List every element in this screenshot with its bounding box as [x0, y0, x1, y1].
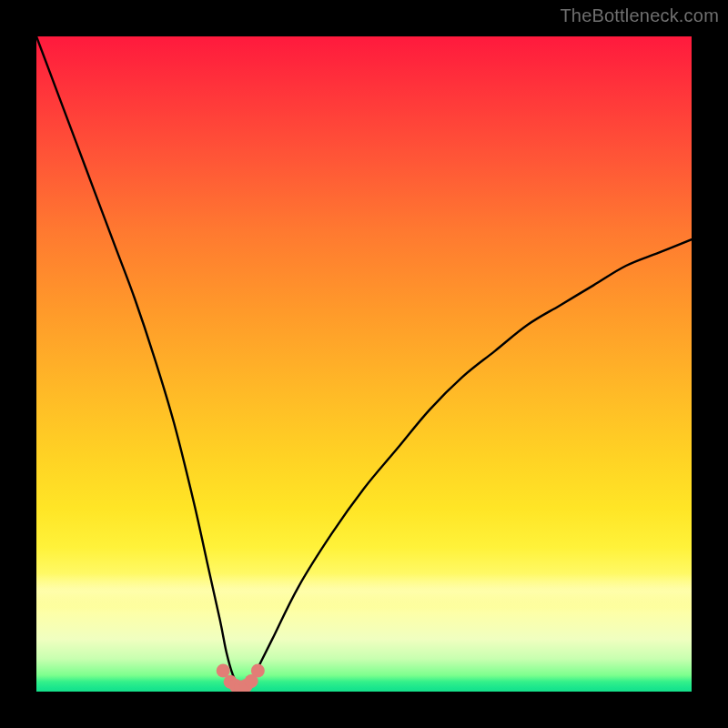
plot-area — [36, 36, 692, 692]
bottleneck-curve — [36, 36, 692, 689]
chart-frame: TheBottleneck.com — [0, 0, 728, 728]
minimum-dots — [217, 663, 265, 692]
min-dot — [251, 663, 265, 677]
watermark-text: TheBottleneck.com — [560, 5, 719, 26]
curve-layer — [36, 36, 692, 692]
